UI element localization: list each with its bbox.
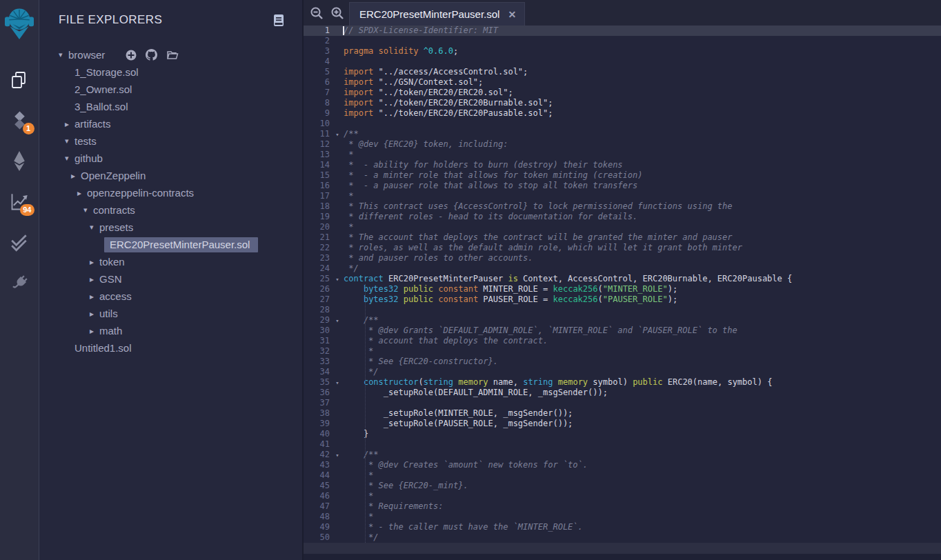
code-line-39[interactable]: 39 _setupRole(PAUSER_ROLE, _msgSender())… [304,419,941,429]
chevron-down-icon[interactable]: ▾ [65,137,73,146]
code-line-14[interactable]: 14 * - ability for holders to burn (dest… [304,160,941,170]
file-explorers-button[interactable] [0,59,39,100]
chevron-right-icon[interactable]: ▸ [90,257,98,267]
tab-erc20presetminterpauser[interactable]: ERC20PresetMinterPauser.sol ✕ [349,2,525,26]
create-file-icon[interactable] [126,50,137,61]
code-line-17[interactable]: 17 * [304,191,941,201]
code-line-7[interactable]: 7import "../token/ERC20/ERC20.sol"; [304,88,941,98]
tab-close-icon[interactable]: ✕ [508,9,516,20]
tree-item-1-storage-sol[interactable]: 1_Storage.sol [39,63,302,81]
code-line-2[interactable]: 2 [304,36,941,46]
tree-item-gsn[interactable]: ▸GSN [39,270,302,288]
code-line-37[interactable]: 37 [304,398,941,408]
code-line-28[interactable]: 28 [304,305,941,315]
code-line-41[interactable]: 41 [304,439,941,450]
code-line-44[interactable]: 44 * [304,470,941,481]
analysis-button[interactable]: 94 [0,181,39,222]
tree-item-access[interactable]: ▸access [39,288,302,305]
tree-item-artifacts[interactable]: ▸artifacts [39,115,302,132]
code-line-19[interactable]: 19 * different roles - head to its docum… [304,212,941,222]
code-line-4[interactable]: 4 [304,57,941,67]
chevron-right-icon[interactable]: ▸ [65,119,73,129]
chevron-right-icon[interactable]: ▸ [77,188,86,198]
code-line-42[interactable]: 42▾ /** [304,450,941,460]
code-line-13[interactable]: 13 * [304,150,941,160]
code-line-40[interactable]: 40 } [304,429,941,439]
code-line-1[interactable]: 1// SPDX-License-Identifier: MIT [304,26,941,36]
code-editor[interactable]: 1// SPDX-License-Identifier: MIT23pragma… [304,26,941,543]
tree-item-token[interactable]: ▸token [39,253,302,270]
chevron-down-icon[interactable]: ▾ [59,50,67,59]
code-line-46[interactable]: 46 * [304,491,941,501]
fold-caret-icon[interactable]: ▾ [331,274,344,284]
code-line-15[interactable]: 15 * - a minter role that allows for tok… [304,170,941,181]
code-line-35[interactable]: 35▾ constructor(string memory name, stri… [304,377,941,388]
zoom-out-icon[interactable] [310,6,324,20]
book-icon[interactable] [273,14,284,27]
code-line-5[interactable]: 5import "../access/AccessControl.sol"; [304,67,941,77]
tree-item-untitled1-sol[interactable]: Untitled1.sol [39,339,302,357]
code-line-26[interactable]: 26 bytes32 public constant MINTER_ROLE =… [304,284,941,294]
code-line-16[interactable]: 16 * - a pauser role that allows to stop… [304,181,941,191]
code-line-29[interactable]: 29▾ /** [304,315,941,326]
code-line-11[interactable]: 11▾/** [304,129,941,139]
tree-item-utils[interactable]: ▸utils [39,305,302,322]
tree-item-github[interactable]: ▾github [39,150,302,167]
code-line-30[interactable]: 30 * @dev Grants `DEFAULT_ADMIN_ROLE`, `… [304,326,941,336]
code-line-6[interactable]: 6import "../GSN/Context.sol"; [304,77,941,88]
code-line-36[interactable]: 36 _setupRole(DEFAULT_ADMIN_ROLE, _msgSe… [304,388,941,398]
tree-item-openzeppelin-contracts[interactable]: ▸openzeppelin-contracts [39,184,302,201]
chevron-right-icon[interactable]: ▸ [90,326,98,336]
open-folder-icon[interactable] [166,50,179,60]
tree-item-3-ballot-sol[interactable]: 3_Ballot.sol [39,98,302,115]
tree-item-2-owner-sol[interactable]: 2_Owner.sol [39,81,302,98]
unit-testing-button[interactable] [0,222,39,263]
code-line-31[interactable]: 31 * account that deploys the contract. [304,336,941,346]
chevron-down-icon[interactable]: ▾ [83,206,92,214]
plugin-manager-button[interactable] [0,263,39,303]
code-line-22[interactable]: 22 * roles, as well as the default admin… [304,243,941,253]
tree-item-contracts[interactable]: ▾contracts [39,201,302,219]
tree-item-math[interactable]: ▸math [39,322,302,339]
code-line-33[interactable]: 33 * See {ERC20-constructor}. [304,357,941,367]
code-line-50[interactable]: 50 */ [304,532,941,543]
code-line-18[interactable]: 18 * This contract uses {AccessControl} … [304,201,941,212]
tree-item-presets[interactable]: ▾presets [39,219,302,236]
code-line-23[interactable]: 23 * and pauser roles to other accounts. [304,253,941,263]
fold-caret-icon[interactable]: ▾ [331,377,344,388]
code-line-12[interactable]: 12 * @dev {ERC20} token, including: [304,139,941,150]
code-line-49[interactable]: 49 * - the caller must have the `MINTER_… [304,522,941,532]
code-line-45[interactable]: 45 * See {ERC20-_mint}. [304,481,941,491]
fold-caret-icon[interactable]: ▾ [331,450,344,460]
tree-item-erc20presetminterpauser-sol[interactable]: ERC20PresetMinterPauser.sol [39,236,302,253]
code-line-3[interactable]: 3pragma solidity ^0.6.0; [304,46,941,57]
code-line-38[interactable]: 38 _setupRole(MINTER_ROLE, _msgSender())… [304,408,941,419]
code-line-24[interactable]: 24 */ [304,263,941,274]
fold-caret-icon[interactable]: ▾ [331,129,344,139]
chevron-right-icon[interactable]: ▸ [90,274,98,284]
github-import-icon[interactable] [146,49,157,61]
code-line-20[interactable]: 20 * [304,222,941,232]
solidity-compiler-button[interactable]: 1 [0,100,39,141]
remix-logo[interactable] [5,7,34,40]
tree-item-browser[interactable]: ▾browser [39,46,302,63]
code-line-21[interactable]: 21 * The account that deploys the contra… [304,232,941,243]
chevron-right-icon[interactable]: ▸ [90,292,98,301]
chevron-down-icon[interactable]: ▾ [65,154,73,163]
code-line-34[interactable]: 34 */ [304,367,941,377]
code-line-25[interactable]: 25▾contract ERC20PresetMinterPauser is C… [304,274,941,284]
editor-hscrollbar[interactable] [304,543,941,554]
chevron-down-icon[interactable]: ▾ [90,223,98,232]
code-line-48[interactable]: 48 * [304,512,941,522]
tree-item-tests[interactable]: ▾tests [39,132,302,150]
code-line-8[interactable]: 8import "../token/ERC20/ERC20Burnable.so… [304,98,941,108]
fold-caret-icon[interactable]: ▾ [331,315,344,326]
tree-item-openzeppelin[interactable]: ▸OpenZeppelin [39,167,302,184]
chevron-right-icon[interactable]: ▸ [90,309,98,319]
code-line-9[interactable]: 9import "../token/ERC20/ERC20Pausable.so… [304,108,941,119]
code-line-27[interactable]: 27 bytes32 public constant PAUSER_ROLE =… [304,294,941,305]
code-line-10[interactable]: 10 [304,119,941,129]
chevron-right-icon[interactable]: ▸ [71,171,79,181]
code-line-47[interactable]: 47 * Requirements: [304,501,941,512]
code-line-32[interactable]: 32 * [304,346,941,357]
